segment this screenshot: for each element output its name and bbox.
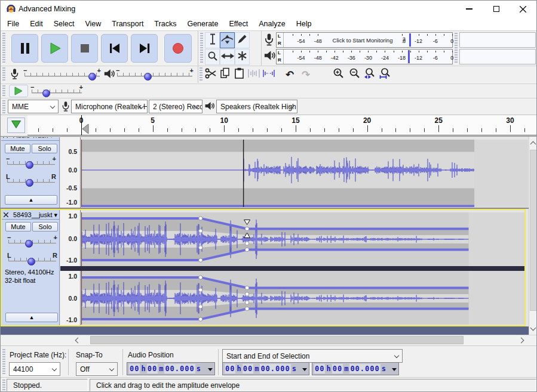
vscroll-thumb[interactable]	[530, 150, 537, 311]
selection-toolbar-grip[interactable]	[2, 349, 5, 375]
playback-volume-slider[interactable]: −+	[116, 67, 194, 81]
envelope-control-point[interactable]	[199, 288, 202, 292]
snap-to-select[interactable]: Off	[76, 362, 118, 376]
track1-close-icon[interactable]	[3, 137, 8, 139]
timefield-dropdown-icon[interactable]	[392, 368, 397, 371]
audio-position-field[interactable]: 00h00m00.000s	[127, 362, 215, 375]
hscroll-right-arrow[interactable]	[517, 335, 527, 345]
play-button[interactable]	[41, 34, 68, 63]
track2-right-channel-ruler[interactable]: 1.00.0-1.0	[60, 271, 81, 325]
track1-gain-slider[interactable]: −+	[6, 156, 56, 169]
track2-solo-button[interactable]: Solo	[32, 222, 58, 232]
zoom-out-button[interactable]	[347, 67, 361, 82]
track1-pan-slider[interactable]: LR	[6, 174, 56, 187]
skip-to-end-button[interactable]	[131, 34, 158, 63]
envelope-control-point[interactable]	[245, 242, 248, 245]
track1-control-panel[interactable]: Audio Track ▾ Mute Solo ▲	[1, 137, 60, 208]
envelope-control-point[interactable]	[199, 305, 202, 308]
draw-tool-button[interactable]	[235, 32, 250, 48]
meter-toolbar-grip[interactable]	[455, 33, 458, 64]
track1-header-clipped[interactable]: Audio Track ▾	[1, 137, 60, 141]
recording-volume-slider[interactable]: −+	[23, 67, 101, 81]
edit-toolbar-grip[interactable]	[200, 67, 202, 82]
envelope-control-point[interactable]	[245, 307, 248, 310]
skip-to-start-button[interactable]	[101, 34, 128, 63]
playback-meter[interactable]: LR-54-48-42-36-30-24-18-12-60	[276, 49, 453, 64]
transport-toolbar-grip[interactable]	[2, 33, 5, 64]
menu-item-edit[interactable]: Edit	[24, 18, 48, 30]
vscroll-down-arrow[interactable]	[529, 325, 537, 333]
track2-collapse-button[interactable]: ▲	[5, 313, 58, 322]
track1-collapse-button[interactable]: ▲	[5, 195, 57, 205]
cut-button[interactable]	[204, 67, 218, 82]
menu-item-help[interactable]: Help	[291, 18, 317, 30]
timefield-dropdown-icon[interactable]	[302, 368, 307, 371]
menu-item-effect[interactable]: Effect	[224, 18, 254, 30]
copy-button[interactable]	[218, 67, 232, 82]
meter-monitoring-overlay[interactable]: Click to Start Monitoring	[323, 33, 402, 47]
hscroll-left-arrow[interactable]	[72, 335, 82, 345]
track2-mute-button[interactable]: Mute	[5, 222, 31, 232]
selection-end-field[interactable]: 00h00m00.000s	[312, 362, 399, 375]
envelope-control-point[interactable]	[245, 248, 248, 251]
trim-audio-button[interactable]	[247, 67, 261, 82]
close-button[interactable]	[510, 1, 536, 17]
tools-toolbar-grip[interactable]	[200, 33, 203, 64]
track1-vertical-ruler[interactable]: 0.50.0-0.5-1.0	[60, 137, 81, 208]
track2-left-waveform[interactable]	[81, 212, 524, 266]
minimize-button[interactable]	[456, 1, 483, 17]
stop-button[interactable]	[71, 34, 98, 63]
envelope-control-point[interactable]	[199, 258, 202, 262]
project-rate-select[interactable]: 44100	[9, 362, 60, 376]
envelope-control-point[interactable]	[199, 317, 202, 321]
menu-item-view[interactable]: View	[79, 18, 106, 30]
track2-title-dropdown-icon[interactable]: ▾	[54, 211, 58, 218]
track1-solo-button[interactable]: Solo	[32, 144, 57, 153]
vscroll-up-arrow[interactable]	[529, 139, 537, 147]
track2-gain-slider[interactable]: −+	[7, 234, 57, 248]
zoom-in-button[interactable]	[331, 67, 345, 82]
envelope-control-point[interactable]	[245, 286, 248, 289]
track1-waveform[interactable]	[81, 140, 528, 207]
playback-device-select[interactable]: Speakers (Realtek High Def	[216, 100, 297, 113]
track2-close-icon[interactable]	[4, 211, 8, 218]
slider-thumb[interactable]	[27, 258, 35, 266]
slider-thumb[interactable]	[26, 161, 33, 169]
menu-item-transport[interactable]: Transport	[106, 18, 149, 30]
selection-start-field[interactable]: 00h00m00.000s	[222, 362, 309, 375]
menu-item-tracks[interactable]: Tracks	[149, 18, 182, 30]
play-at-speed-slider[interactable]: −+	[30, 84, 83, 97]
recording-meter[interactable]: LR-54-48-42-36-30-24-18-12-60Click to St…	[276, 32, 453, 48]
recording-device-select[interactable]: Microphone (Realtek High	[71, 100, 148, 113]
track2-right-waveform[interactable]	[81, 271, 524, 325]
silence-audio-button[interactable]	[262, 67, 277, 82]
envelope-tool-button[interactable]	[220, 32, 235, 48]
timeshift-tool-button[interactable]	[220, 49, 235, 65]
pause-button[interactable]	[11, 34, 38, 63]
menu-item-generate[interactable]: Generate	[182, 18, 223, 30]
track2-header[interactable]: 58493__juskt ▾	[2, 210, 60, 220]
track2-control-panel[interactable]: 58493__juskt ▾ Mute Solo Stereo, 44100Hz…	[2, 210, 60, 325]
selection-tool-button[interactable]	[205, 32, 220, 48]
envelope-control-point[interactable]	[199, 217, 202, 220]
slider-thumb[interactable]	[144, 73, 152, 81]
slider-thumb[interactable]	[25, 240, 33, 248]
selection-mode-select[interactable]: Start and End of Selection	[222, 349, 403, 363]
timefield-dropdown-icon[interactable]	[208, 368, 213, 371]
undo-button[interactable]: ↶	[283, 67, 297, 82]
audio-host-select[interactable]: MME	[8, 100, 59, 113]
envelope-control-point[interactable]	[245, 292, 248, 296]
hscroll-thumb[interactable]	[90, 336, 464, 344]
paste-button[interactable]	[232, 67, 246, 82]
play-at-speed-button[interactable]	[9, 85, 28, 97]
slider-thumb[interactable]	[26, 179, 33, 187]
slider-thumb[interactable]	[88, 73, 96, 81]
envelope-control-point[interactable]	[199, 246, 202, 249]
envelope-control-point[interactable]	[245, 227, 248, 230]
zoom-tool-button[interactable]	[205, 49, 220, 65]
slider-thumb[interactable]	[42, 89, 50, 97]
mixer-toolbar-grip[interactable]	[2, 67, 5, 82]
menu-item-select[interactable]: Select	[48, 18, 80, 30]
maximize-button[interactable]	[483, 1, 510, 17]
playback-meter-speaker-icon[interactable]	[263, 50, 276, 64]
